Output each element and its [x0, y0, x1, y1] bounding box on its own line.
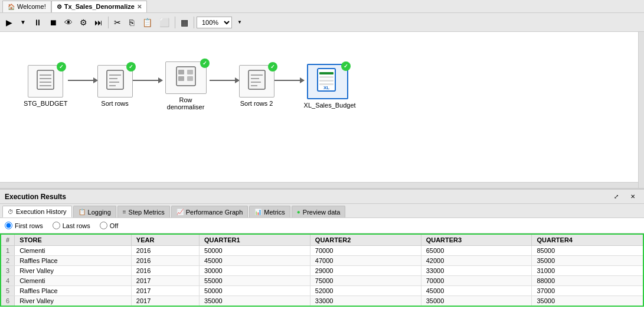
tab-tx-sales-close[interactable]: ✕	[137, 4, 142, 10]
tab-tx-sales-label: Tx_Sales_Denormalize	[64, 3, 135, 10]
col-header-quarter1: QUARTER1	[200, 234, 310, 246]
cell-q3: 33000	[421, 266, 532, 276]
svg-text:XL: XL	[323, 85, 329, 90]
svg-rect-21	[319, 72, 334, 74]
pause-button[interactable]: ⏸	[31, 15, 45, 30]
run-button[interactable]: ▶	[2, 15, 15, 30]
node-row-denormaliser-label: Row denormaliser	[162, 96, 210, 111]
cell-q1: 55000	[200, 276, 310, 286]
arrow-1	[68, 80, 97, 81]
play-step-button[interactable]: ⏭	[91, 15, 106, 30]
eye-button[interactable]: 👁	[61, 15, 76, 30]
metrics-icon: 📊	[254, 209, 261, 215]
node-stg-budget-box[interactable]: ✓	[28, 65, 63, 98]
radio-last-rows-input[interactable]	[53, 222, 60, 229]
table-header-row: # STORE YEAR QUARTER1 QUARTER2 QUARTER3 …	[1, 234, 643, 246]
node-sort-rows[interactable]: ✓ Sort rows	[97, 65, 133, 107]
paste-button[interactable]: 📋	[139, 15, 155, 30]
node-sort-rows-2[interactable]: ✓ Sort rows 2	[239, 65, 274, 107]
cell-q4: 35000	[532, 296, 643, 307]
node-stg-budget-icon	[36, 69, 55, 93]
preview-data-icon: ●	[297, 209, 300, 215]
welcome-tab-icon: 🏠	[8, 4, 15, 10]
tab-execution-history[interactable]: ⏱ Execution History	[2, 206, 72, 217]
exec-results-title: Execution Results	[5, 193, 66, 201]
toolbar: ▶ ▼ ⏸ ⏹ 👁 ⚙ ⏭ ✂ ⎘ 📋 ⬜ ▦ 100% 50% 75% 125…	[0, 13, 644, 32]
node-sort-rows-2-box[interactable]: ✓	[239, 65, 274, 98]
node-xl-sales-budget-label: XL_Sales_Budget	[304, 102, 351, 109]
cell-store: River Valley	[15, 296, 132, 307]
exec-results-title-icons: ⤢ ✕	[610, 191, 639, 202]
select-button[interactable]: ⬜	[156, 15, 172, 30]
table-row: 1 Clementi 2016 50000 70000 65000 85000	[1, 246, 643, 256]
cell-q3: 70000	[421, 276, 532, 286]
svg-rect-13	[187, 70, 193, 74]
cut-button[interactable]: ✂	[111, 15, 124, 30]
cell-q2: 29000	[310, 266, 421, 276]
table-row: 2 Raffles Place 2016 45000 47000 42000 3…	[1, 256, 643, 266]
cell-q1: 50000	[200, 246, 310, 256]
node-xl-sales-budget[interactable]: ✓ XL XL_Sales_Budget	[304, 64, 351, 109]
tab-welcome[interactable]: 🏠 Welcome!	[2, 1, 51, 12]
svg-rect-12	[178, 76, 184, 81]
node-row-denormaliser-box[interactable]: ✓	[165, 61, 207, 94]
cell-store: Clementi	[15, 246, 132, 256]
node-sort-rows-box[interactable]: ✓	[97, 65, 133, 98]
arrow-2	[133, 80, 162, 81]
metrics-label: Metrics	[264, 209, 285, 216]
preview-data-label: Preview data	[303, 209, 341, 216]
tab-tx-sales[interactable]: ⚙ Tx_Sales_Denormalize ✕	[51, 1, 147, 12]
perf-graph-icon: 📈	[176, 209, 184, 215]
tab-performance-graph[interactable]: 📈 Performance Graph	[171, 206, 249, 217]
data-table-wrapper[interactable]: # STORE YEAR QUARTER1 QUARTER2 QUARTER3 …	[0, 233, 644, 315]
node-sort-rows-icon	[106, 69, 125, 93]
svg-rect-15	[249, 70, 265, 89]
expand-button[interactable]: ⤢	[610, 191, 623, 202]
zoom-dropdown-button[interactable]: ▼	[233, 15, 246, 30]
node-row-denormaliser[interactable]: ✓ Row denormaliser	[162, 61, 210, 111]
node-row-denormaliser-check: ✓	[200, 59, 210, 68]
tab-metrics[interactable]: 📊 Metrics	[249, 206, 290, 217]
node-stg-budget-check: ✓	[57, 62, 66, 72]
radio-off[interactable]: Off	[100, 222, 118, 229]
cell-q2: 75000	[310, 276, 421, 286]
node-sort-rows-label: Sort rows	[101, 100, 128, 107]
radio-first-rows-input[interactable]	[5, 222, 12, 229]
divider-2	[175, 17, 175, 28]
run-arrow-button[interactable]: ▼	[17, 15, 30, 30]
radio-off-label: Off	[110, 222, 118, 229]
col-header-year: YEAR	[131, 234, 199, 246]
cell-q2: 33000	[310, 296, 421, 307]
radio-first-rows-label: First rows	[15, 222, 43, 229]
cell-year: 2017	[131, 286, 199, 296]
tab-logging[interactable]: 📋 Logging	[73, 206, 116, 217]
canvas-scrollbar-h[interactable]	[0, 182, 638, 188]
layout-button[interactable]: ▦	[178, 15, 191, 30]
step-metrics-label: Step Metrics	[129, 209, 165, 216]
node-xl-sales-budget-check: ✓	[341, 61, 351, 71]
radio-last-rows-label: Last rows	[63, 222, 90, 229]
close-results-button[interactable]: ✕	[626, 191, 639, 202]
canvas-scrollbar-v[interactable]	[638, 32, 644, 188]
radio-first-rows[interactable]: First rows	[5, 222, 43, 229]
tab-step-metrics[interactable]: ≡ Step Metrics	[117, 206, 170, 217]
exec-results-tabs-row: ⏱ Execution History 📋 Logging ≡ Step Met…	[0, 204, 644, 218]
radio-row: First rows Last rows Off	[0, 218, 644, 233]
arrow-3	[210, 80, 239, 81]
perf-graph-label: Performance Graph	[186, 209, 243, 216]
node-xl-sales-budget-box[interactable]: ✓ XL	[307, 64, 348, 99]
logging-icon: 📋	[79, 209, 86, 215]
radio-last-rows[interactable]: Last rows	[53, 222, 90, 229]
stop-button[interactable]: ⏹	[46, 15, 60, 30]
node-stg-budget[interactable]: ✓ STG_BUDGET	[24, 65, 68, 107]
zoom-select[interactable]: 100% 50% 75% 125% 150%	[197, 17, 232, 28]
col-header-num: #	[1, 234, 15, 246]
node-stg-budget-label: STG_BUDGET	[24, 100, 68, 107]
canvas-area[interactable]: ✓ STG_BUDGET ✓	[0, 32, 644, 189]
copy-button[interactable]: ⎘	[125, 15, 138, 30]
cell-q2: 70000	[310, 246, 421, 256]
radio-off-input[interactable]	[100, 222, 107, 229]
tab-preview-data[interactable]: ● Preview data	[292, 206, 346, 217]
settings-button[interactable]: ⚙	[77, 15, 90, 30]
table-row: 5 Raffles Place 2017 50000 52000 45000 3…	[1, 286, 643, 296]
